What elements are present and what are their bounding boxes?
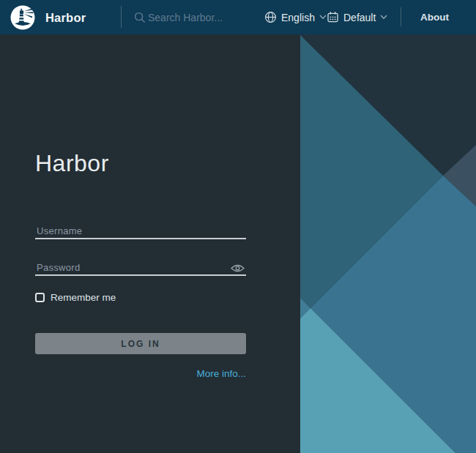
theme-dropdown[interactable]: Default — [327, 0, 387, 34]
search-input[interactable] — [148, 10, 258, 26]
background-artwork — [300, 34, 476, 453]
language-label: English — [281, 12, 315, 23]
username-field-wrap — [35, 219, 246, 239]
search-icon — [134, 12, 146, 23]
remember-me-label: Remember me — [51, 292, 116, 303]
about-link[interactable]: About — [420, 0, 449, 34]
chevron-down-icon — [380, 15, 387, 20]
username-input[interactable] — [35, 219, 246, 238]
chevron-down-icon — [319, 15, 327, 20]
triangle-art — [300, 34, 476, 453]
brand-link[interactable]: Harbor — [10, 4, 113, 31]
password-input[interactable] — [35, 255, 246, 274]
remember-me-row[interactable]: Remember me — [35, 292, 116, 303]
eye-icon — [231, 263, 245, 273]
password-field-wrap — [35, 255, 246, 276]
top-nav: Harbor English Default — [0, 0, 476, 34]
brand-title: Harbor — [45, 11, 86, 25]
nav-divider — [121, 6, 122, 28]
harbor-logo-icon — [10, 5, 35, 30]
page-title: Harbor — [35, 150, 109, 177]
search-box — [134, 0, 258, 34]
globe-icon — [264, 11, 277, 23]
calendar-icon — [327, 11, 339, 23]
language-dropdown[interactable]: English — [264, 0, 327, 34]
theme-label: Default — [343, 12, 376, 23]
more-info-link[interactable]: More info... — [35, 368, 246, 379]
password-visibility-toggle[interactable] — [231, 263, 245, 274]
login-panel: Harbor Remember me LOG IN More info... — [0, 34, 300, 453]
log-in-button[interactable]: LOG IN — [35, 333, 246, 354]
remember-me-checkbox[interactable] — [35, 293, 45, 302]
nav-divider — [401, 7, 401, 26]
